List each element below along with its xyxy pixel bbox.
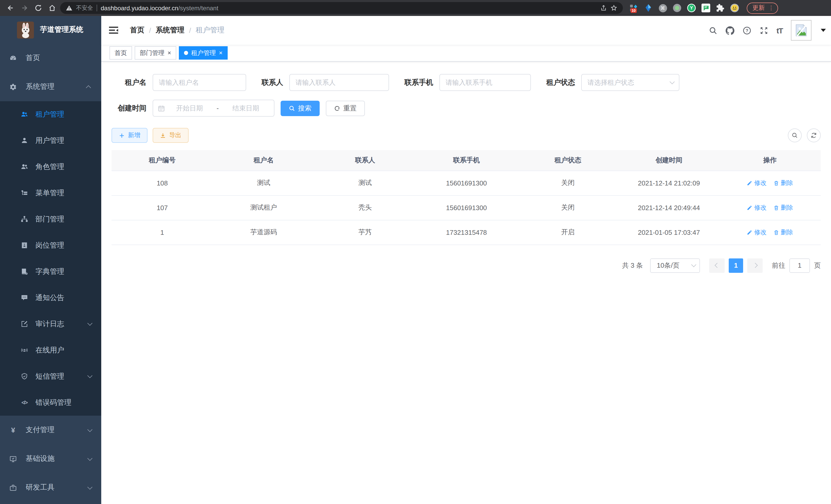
extension-dot-icon[interactable] [673, 4, 682, 12]
add-button[interactable]: 新增 [112, 128, 147, 143]
next-page-button[interactable] [747, 258, 763, 272]
sidebar-item-tenant[interactable]: 租户管理 [0, 101, 101, 127]
date-start[interactable]: 开始日期 [166, 103, 213, 113]
date-range-picker[interactable]: 开始日期 - 结束日期 [153, 100, 275, 117]
close-icon[interactable]: × [168, 50, 171, 56]
code-icon: </> [20, 400, 29, 405]
contact-input[interactable] [289, 74, 389, 91]
show-search-toggle-button[interactable] [788, 128, 802, 142]
browser-update-button[interactable]: 更新 ⋮ [747, 2, 778, 13]
avatar-dropdown-caret[interactable] [821, 29, 826, 32]
current-page-button[interactable]: 1 [729, 258, 743, 272]
col-actions: 操作 [719, 150, 821, 171]
svg-text:?: ? [745, 28, 748, 33]
extension-chat-icon[interactable] [701, 4, 710, 12]
status-placeholder: 请选择租户状态 [588, 78, 634, 87]
mobile-label: 联系手机 [404, 78, 433, 87]
sidebar-item-dev-tools[interactable]: 研发工具 [0, 473, 101, 502]
reload-icon[interactable] [32, 2, 44, 13]
tab-tenant[interactable]: 租户管理 × [179, 46, 228, 60]
goto-page-input[interactable] [790, 258, 810, 272]
top-navbar: 首页 / 系统管理 / 租户管理 ? tT [101, 16, 831, 45]
refresh-button[interactable] [807, 128, 821, 142]
sidebar-item-infra[interactable]: 基础设施 [0, 444, 101, 473]
sidebar: 芋道管理系统 首页 系统管理 租户管理 [0, 16, 101, 504]
sidebar-item-dict[interactable]: 字典管理 [0, 259, 101, 285]
edit-square-icon [20, 320, 29, 328]
edit-link[interactable]: 修改 [747, 228, 767, 237]
chevron-down-icon [670, 79, 675, 84]
extension-kite-icon[interactable] [644, 4, 653, 12]
tree-list-icon [20, 189, 29, 197]
tenant-name-input[interactable] [153, 74, 246, 91]
sidebar-item-post[interactable]: 岗位管理 [0, 232, 101, 259]
sidebar-item-notice[interactable]: 通知公告 [0, 285, 101, 311]
breadcrumb-system[interactable]: 系统管理 [156, 26, 184, 35]
tab-dept[interactable]: 部门管理 × [135, 46, 176, 60]
sidebar-item-error-code[interactable]: </> 错误码管理 [0, 389, 101, 416]
page-size-select[interactable]: 10条/页 [650, 258, 700, 272]
edit-link[interactable]: 修改 [747, 203, 767, 212]
url-text[interactable]: dashboard.yudao.iocoder.cn/system/tenant [101, 4, 219, 11]
sidebar-item-sms[interactable]: 短信管理 [0, 363, 101, 389]
home-icon[interactable] [46, 2, 58, 13]
mobile-field[interactable] [446, 79, 525, 86]
sidebar-collapse-icon[interactable] [101, 16, 126, 45]
search-button[interactable]: 搜索 [281, 100, 320, 116]
security-warning-icon[interactable] [66, 5, 73, 11]
header-search-icon[interactable] [709, 26, 717, 35]
sidebar-item-role[interactable]: 角色管理 [0, 154, 101, 180]
sidebar-item-pay[interactable]: ¥ 支付管理 [0, 416, 101, 444]
col-mobile: 联系手机 [416, 150, 517, 171]
table-row: 1 芋道源码 芋艿 17321315478 开启 2021-01-05 17:0… [112, 220, 821, 244]
sidebar-item-audit-log[interactable]: 审计日志 [0, 311, 101, 337]
sidebar-item-home[interactable]: 首页 [0, 44, 101, 72]
edit-link[interactable]: 修改 [747, 179, 767, 187]
back-icon[interactable] [5, 2, 16, 13]
date-end[interactable]: 结束日期 [222, 103, 269, 113]
tenant-name-field[interactable] [159, 79, 240, 86]
tags-view-bar: 首页 部门管理 × 租户管理 × [101, 45, 831, 62]
address-bar[interactable]: 不安全 dashboard.yudao.iocoder.cn/system/te… [60, 2, 623, 14]
delete-link[interactable]: 删除 [773, 179, 793, 187]
security-label[interactable]: 不安全 [76, 4, 93, 12]
sidebar-item-user[interactable]: 用户管理 [0, 127, 101, 154]
status-select[interactable]: 请选择租户状态 [581, 74, 679, 91]
delete-link[interactable]: 删除 [773, 228, 793, 237]
bookmark-star-icon[interactable] [610, 5, 617, 11]
profile-avatar-icon[interactable] [730, 4, 739, 12]
extension-command-icon[interactable]: ⌘ [658, 4, 667, 12]
delete-link[interactable]: 删除 [773, 203, 793, 212]
help-icon[interactable]: ? [743, 26, 751, 35]
col-status: 租户状态 [517, 150, 619, 171]
chevron-down-icon [691, 262, 696, 267]
reset-button[interactable]: 重置 [326, 100, 365, 116]
tab-home[interactable]: 首页 [110, 46, 132, 60]
mobile-input[interactable] [439, 74, 531, 91]
extensions-puzzle-icon[interactable] [716, 4, 725, 12]
app-logo-row[interactable]: 芋道管理系统 [0, 16, 101, 44]
github-icon[interactable] [726, 26, 735, 35]
breadcrumb-current: 租户管理 [196, 26, 225, 35]
export-button[interactable]: 导出 [153, 128, 189, 143]
sidebar-item-system[interactable]: 系统管理 [0, 72, 101, 101]
user-avatar-broken-image[interactable] [791, 20, 811, 40]
contact-field[interactable] [295, 79, 383, 86]
filter-row-1: 租户名 联系人 联系手机 租户状态 [112, 74, 821, 91]
extension-y-icon[interactable]: Y [687, 4, 696, 12]
extension-tabs-icon[interactable]: 10 [630, 4, 638, 12]
close-icon[interactable]: × [219, 50, 223, 56]
browser-menu-icon[interactable]: ⋮ [768, 5, 774, 11]
briefcase-icon [9, 484, 18, 492]
share-icon[interactable] [600, 5, 607, 11]
sidebar-item-menu[interactable]: 菜单管理 [0, 180, 101, 206]
sidebar-item-online-users[interactable]: 在线用户 [0, 337, 101, 363]
fullscreen-icon[interactable] [760, 26, 768, 35]
create-time-label: 创建时间 [112, 103, 146, 113]
sidebar-item-dept[interactable]: 部门管理 [0, 206, 101, 232]
font-size-icon[interactable]: tT [776, 26, 783, 35]
forward-icon[interactable] [19, 2, 30, 13]
prev-page-button[interactable] [709, 258, 725, 272]
breadcrumb-home[interactable]: 首页 [130, 26, 144, 35]
gear-icon [9, 83, 18, 91]
